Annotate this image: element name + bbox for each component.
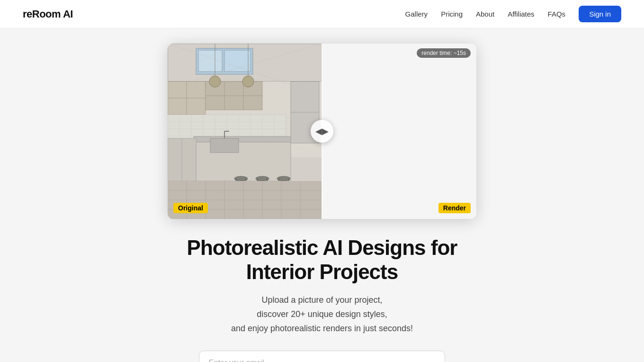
nav-about[interactable]: About [476,10,494,18]
nav-gallery[interactable]: Gallery [405,10,428,18]
brand-logo: reRoom AI [23,8,73,20]
svg-rect-28 [210,138,239,153]
email-input[interactable] [199,351,445,362]
svg-rect-4 [224,50,250,72]
image-comparison[interactable]: ◀▶ render time: ~15s Original Render [168,44,476,219]
signin-button[interactable]: Sign in [579,6,621,22]
original-side [168,44,322,219]
subtitle-line3: and enjoy photorealistic renders in just… [231,324,413,333]
svg-rect-3 [198,50,222,72]
comparison-drag-handle[interactable]: ◀▶ [311,120,333,143]
nav-links: Gallery Pricing About Affiliates FAQs Si… [405,6,621,22]
email-form: Confirm your email to use ReRoom [199,351,445,362]
svg-point-59 [242,76,254,87]
nav-faqs[interactable]: FAQs [548,10,566,18]
nav-affiliates[interactable]: Affiliates [508,10,534,18]
subtitle-line2: discover 20+ unique design styles, [257,309,387,319]
original-label: Original [173,203,208,213]
main-content: ◀▶ render time: ~15s Original Render Pho… [0,28,644,362]
render-time-badge: render time: ~15s [417,48,471,58]
drag-arrows-icon: ◀▶ [315,126,329,136]
nav-pricing[interactable]: Pricing [441,10,463,18]
svg-point-57 [209,76,221,87]
subtitle-line1: Upload a picture of your project, [261,295,382,305]
hero-subtitle: Upload a picture of your project, discov… [231,293,413,335]
render-label: Render [438,203,471,213]
navbar: reRoom AI Gallery Pricing About Affiliat… [0,0,644,28]
svg-rect-27 [194,136,293,142]
hero-title: Photorealistic AI Designs for Interior P… [152,236,492,284]
